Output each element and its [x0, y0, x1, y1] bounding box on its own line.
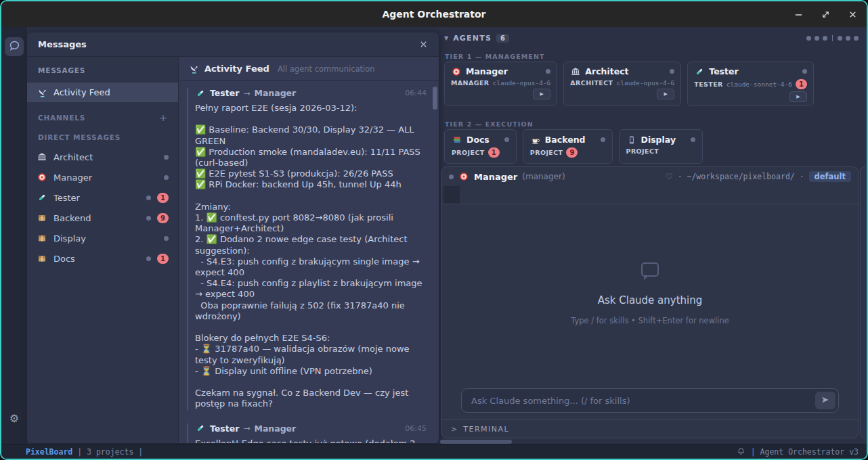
version-text: | Agent Orchestrator v3 — [751, 447, 859, 457]
sidebar-item-dm[interactable]: Manager — [27, 167, 178, 187]
workspace-path: · ~/workspace/pixelboard/ · — [678, 172, 804, 181]
status-dot[interactable] — [815, 36, 819, 41]
play-button[interactable]: ▶ — [533, 89, 550, 99]
status-dot[interactable] — [846, 36, 850, 41]
tab[interactable] — [460, 186, 476, 204]
agent-panel-name: Manager — [474, 172, 517, 182]
profile-badge[interactable]: default — [809, 171, 851, 182]
agent-icon — [37, 172, 47, 182]
agent-model: claude-sonnet-4-6 — [726, 80, 792, 88]
tab[interactable] — [476, 186, 492, 204]
agent-icon — [37, 254, 47, 263]
prompt-input[interactable] — [461, 388, 839, 413]
sidebar-item-label: Backend — [53, 213, 91, 223]
agent-card[interactable]: Manager MANAGER claude-opus-4-6 ▶ — [444, 62, 557, 106]
presence-dot — [146, 216, 151, 221]
agents-header: ▼ AGENTS 6 — [444, 34, 859, 43]
tab[interactable] — [443, 186, 460, 204]
minimize-icon[interactable] — [794, 9, 803, 19]
tier2-label: TIER 2 — EXECUTION — [445, 120, 534, 128]
status-bar: PixelBoard | 3 projects | | Agent Orches… — [1, 444, 867, 459]
sidebar-item-label: Architect — [53, 152, 93, 162]
agent-icon — [570, 67, 581, 76]
app-window: Agent Orchestrator ⚙ Messages MESSAGES — [0, 0, 868, 460]
close-icon[interactable] — [419, 40, 428, 49]
agent-icon — [451, 67, 462, 76]
agents-area: ▼ AGENTS 6 TIER 1 — MANAGEMENT Manager — [440, 27, 865, 444]
message-list: Tester → Manager 06:44 Pełny raport E2E … — [187, 88, 427, 443]
feed-scrollbar[interactable] — [433, 87, 437, 110]
status-dot[interactable] — [823, 36, 827, 41]
unread-badge: 1 — [488, 147, 500, 158]
next-panel-peek[interactable] — [860, 166, 865, 438]
play-button[interactable]: ▶ — [789, 91, 807, 102]
message-timestamp: 06:44 — [405, 89, 427, 97]
status-dot[interactable] — [806, 36, 811, 41]
sender-icon — [195, 89, 206, 98]
agent-card[interactable]: Architect ARCHITECT claude-opus-4-6 ▶ — [563, 62, 681, 106]
empty-state-title: Ask Claude anything — [598, 294, 703, 306]
agent-card[interactable]: Backend PROJECT 9 — [523, 129, 613, 164]
tab[interactable] — [541, 186, 557, 204]
tab[interactable] — [573, 186, 590, 204]
direct-messages-label: DIRECT MESSAGES — [27, 133, 178, 141]
sidebar-item-dm[interactable]: Backend 9 — [27, 208, 178, 228]
message-header: Tester → Manager 06:45 — [195, 423, 427, 434]
activity-feed: Activity Feed All agent communication Te… — [179, 57, 439, 443]
unread-badge: 1 — [796, 79, 807, 89]
chat-bubble-icon — [9, 40, 20, 54]
agent-icon — [452, 135, 462, 145]
tab[interactable] — [492, 186, 508, 204]
activity-feed-header: Activity Feed All agent communication — [179, 57, 439, 81]
messages-panel-title: Messages — [38, 39, 87, 49]
play-button[interactable]: ▶ — [657, 89, 674, 99]
sidebar-item-dm[interactable]: Architect — [27, 147, 178, 167]
agent-icon — [694, 67, 705, 76]
terminal-toggle[interactable]: > TERMINAL — [442, 419, 858, 438]
tab[interactable] — [557, 186, 573, 204]
sidebar-item-label: Activity Feed — [53, 87, 110, 97]
agent-role: PROJECT — [530, 149, 563, 156]
agent-card[interactable]: Tester TESTER claude-sonnet-4-6 1 ▶ — [687, 62, 814, 106]
messages-rail-button[interactable] — [5, 37, 24, 56]
presence-dot — [449, 175, 454, 179]
bell-icon[interactable] — [737, 447, 745, 456]
agent-role: PROJECT — [452, 149, 485, 156]
feed-title: Activity Feed — [204, 64, 269, 74]
status-dot[interactable] — [854, 36, 859, 41]
sidebar-item-label: Docs — [53, 254, 75, 264]
close-icon[interactable] — [848, 9, 857, 19]
sender-icon — [195, 423, 206, 433]
dot-separator — [832, 35, 833, 41]
speech-bubble-icon — [641, 262, 659, 277]
tab[interactable] — [508, 186, 525, 204]
heart-icon[interactable]: ♡ — [666, 172, 673, 181]
send-button[interactable] — [815, 392, 836, 409]
message-sender: Tester — [210, 88, 239, 98]
tab[interactable] — [525, 186, 541, 204]
agent-name: Docs — [466, 135, 490, 145]
presence-dot — [546, 69, 550, 74]
title-bar: Agent Orchestrator — [1, 1, 867, 27]
agent-card[interactable]: Docs PROJECT 1 — [444, 129, 517, 164]
agent-name: Display — [641, 135, 676, 145]
project-name[interactable]: PixelBoard — [26, 447, 72, 457]
sidebar-item-activity-feed[interactable]: Activity Feed — [27, 83, 178, 102]
satellite-icon — [37, 88, 47, 97]
agent-card[interactable]: Display PROJECT — [619, 129, 703, 164]
sidebar-item-dm[interactable]: Tester 1 — [27, 187, 178, 208]
sidebar-item-label: Tester — [53, 193, 80, 203]
unread-badge: 1 — [157, 254, 169, 264]
message-header: Tester → Manager 06:44 — [195, 88, 427, 98]
sidebar-item-dm[interactable]: Display — [27, 228, 178, 248]
arrow-icon: → — [243, 89, 250, 98]
settings-gear-icon[interactable]: ⚙ — [1, 412, 27, 425]
terminal-label: TERMINAL — [463, 425, 509, 434]
feed-message: Tester → Manager 06:44 Pełny raport E2E … — [187, 88, 427, 410]
maximize-icon[interactable] — [821, 9, 830, 19]
collapse-caret-icon[interactable]: ▼ — [444, 35, 448, 41]
feed-scroll-area: Tester → Manager 06:44 Pełny raport E2E … — [179, 81, 439, 443]
add-channel-button[interactable]: + — [159, 112, 167, 123]
status-dot[interactable] — [838, 36, 842, 41]
sidebar-item-dm[interactable]: Docs 1 — [27, 248, 178, 269]
